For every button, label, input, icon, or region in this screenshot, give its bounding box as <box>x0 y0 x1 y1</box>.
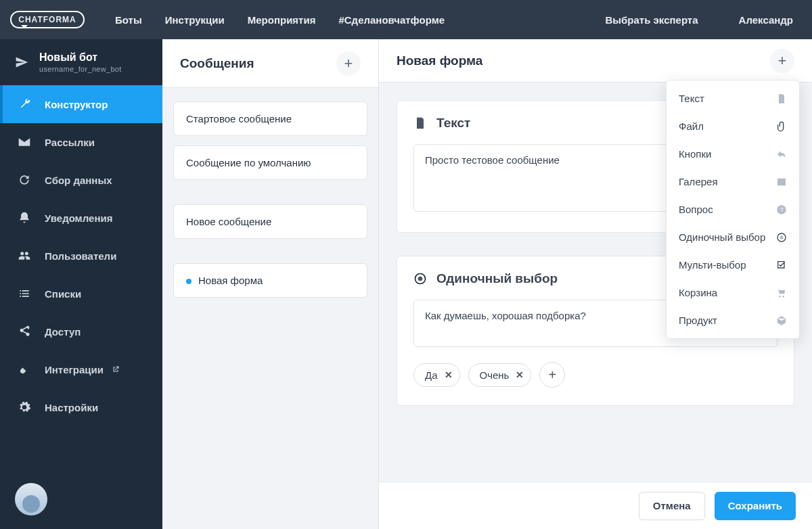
dropdown-item-question[interactable]: Вопрос <box>667 196 799 223</box>
dropdown-label: Вопрос <box>679 204 713 215</box>
sidebar-item-label: Настройки <box>45 402 98 413</box>
external-icon <box>112 365 120 373</box>
radio-icon <box>413 272 427 285</box>
messages-title: Сообщения <box>180 56 254 71</box>
dropdown-item-file[interactable]: Текст <box>667 85 799 112</box>
sidebar-item-bell[interactable]: Уведомления <box>0 199 162 237</box>
nav-instructions[interactable]: Инструкции <box>165 14 225 26</box>
dropdown-label: Корзина <box>679 287 717 298</box>
sidebar-item-label: Конструктор <box>45 99 108 110</box>
sidebar-item-mail[interactable]: Рассылки <box>0 123 162 161</box>
remove-chip-icon[interactable]: ✕ <box>445 369 453 380</box>
single-block-title: Одиночный выбор <box>436 271 558 286</box>
reply-icon <box>776 149 787 160</box>
box-icon <box>776 315 787 326</box>
mail-icon <box>18 135 31 149</box>
sidebar-item-gear[interactable]: Настройки <box>0 388 162 426</box>
sidebar-item-label: Пользователи <box>45 250 116 262</box>
active-dot-icon <box>186 279 191 284</box>
text-block-title: Текст <box>436 116 470 131</box>
bell-icon <box>18 211 31 225</box>
cancel-button[interactable]: Отмена <box>639 492 705 520</box>
gear-icon <box>18 400 31 414</box>
sidebar-item-list[interactable]: Списки <box>0 275 162 313</box>
file-icon <box>776 93 787 104</box>
dropdown-label: Кнопки <box>679 148 711 160</box>
user-name[interactable]: Александр <box>739 14 793 26</box>
add-message-button[interactable]: + <box>336 51 361 76</box>
message-card[interactable]: Новое сообщение <box>173 204 367 239</box>
check-icon <box>776 260 787 271</box>
option-chip[interactable]: Да✕ <box>413 363 460 387</box>
option-chips: Да✕ Очень✕ + <box>413 362 777 388</box>
dropdown-label: Продукт <box>679 315 717 326</box>
sidebar-item-refresh[interactable]: Сбор данных <box>0 161 162 199</box>
refresh-icon <box>18 173 31 187</box>
assistant-avatar[interactable] <box>15 483 47 515</box>
bot-username: username_for_new_bot <box>39 65 122 73</box>
dropdown-item-image[interactable]: Галерея <box>667 168 799 196</box>
users-icon <box>18 249 31 262</box>
dropdown-label: Мульти-выбор <box>679 259 746 271</box>
dropdown-label: Одиночный выбор <box>679 231 765 243</box>
sidebar-item-label: Уведомления <box>45 212 112 224</box>
radio-icon <box>776 232 787 243</box>
list-icon <box>18 287 31 300</box>
image-icon <box>776 177 787 187</box>
message-card[interactable]: Сообщение по умолчанию <box>173 145 367 180</box>
message-card[interactable]: Стартовое сообщение <box>173 101 367 136</box>
sidebar-item-share[interactable]: Доступ <box>0 313 162 350</box>
question-icon <box>776 204 787 215</box>
message-card[interactable]: Новая форма <box>173 263 367 298</box>
dropdown-item-reply[interactable]: Кнопки <box>667 140 799 168</box>
sidebar-item-label: Интеграции <box>45 364 104 375</box>
sidebar-item-wrench[interactable]: Конструктор <box>0 85 162 123</box>
share-icon <box>18 325 31 338</box>
plug-icon <box>18 363 31 376</box>
sidebar-item-users[interactable]: Пользователи <box>0 237 162 275</box>
nav-hashtag[interactable]: #Сделановчатформе <box>338 14 445 26</box>
dropdown-label: Текст <box>679 93 704 104</box>
sidebar-item-label: Рассылки <box>45 137 95 148</box>
choose-expert-link[interactable]: Выбрать эксперта <box>605 14 698 26</box>
dropdown-label: Файл <box>679 120 704 132</box>
dropdown-item-box[interactable]: Продукт <box>667 306 799 334</box>
block-type-dropdown: ТекстФайлКнопкиГалереяВопросОдиночный вы… <box>666 80 800 339</box>
plane-icon <box>15 55 28 69</box>
file-icon <box>413 116 427 130</box>
save-button[interactable]: Сохранить <box>715 492 796 520</box>
bot-header[interactable]: Новый бот username_for_new_bot <box>0 39 162 85</box>
bot-title: Новый бот <box>39 51 122 64</box>
sidebar-item-label: Списки <box>45 288 81 300</box>
dropdown-item-radio[interactable]: Одиночный выбор <box>667 223 799 251</box>
dropdown-label: Галерея <box>679 176 718 187</box>
form-footer: Отмена Сохранить <box>379 482 812 529</box>
dropdown-item-check[interactable]: Мульти-выбор <box>667 251 799 279</box>
top-nav: Боты Инструкции Мероприятия #Сделановчат… <box>115 14 445 26</box>
cart-icon <box>776 288 787 298</box>
sidebar-item-label: Доступ <box>45 326 81 338</box>
form-title: Новая форма <box>397 53 482 68</box>
sidebar: Новый бот username_for_new_bot Конструкт… <box>0 39 162 529</box>
clip-icon <box>776 121 787 132</box>
remove-chip-icon[interactable]: ✕ <box>516 369 524 380</box>
dropdown-item-cart[interactable]: Корзина <box>667 279 799 306</box>
dropdown-item-clip[interactable]: Файл <box>667 112 799 140</box>
add-block-button[interactable]: + <box>770 49 794 73</box>
wrench-icon <box>18 97 31 111</box>
add-option-button[interactable]: + <box>539 362 565 388</box>
nav-events[interactable]: Мероприятия <box>248 14 316 26</box>
option-chip[interactable]: Очень✕ <box>468 363 532 387</box>
topbar: CHATFORMA Боты Инструкции Мероприятия #С… <box>0 0 812 39</box>
sidebar-item-label: Сбор данных <box>45 175 112 186</box>
sidebar-item-plug[interactable]: Интеграции <box>0 350 162 388</box>
messages-column: Сообщения + Стартовое сообщениеСообщение… <box>162 39 379 529</box>
logo[interactable]: CHATFORMA <box>0 11 95 28</box>
nav-bots[interactable]: Боты <box>115 14 142 26</box>
form-column: Новая форма + Текст Одиночный выбор Да✕ <box>379 39 812 529</box>
